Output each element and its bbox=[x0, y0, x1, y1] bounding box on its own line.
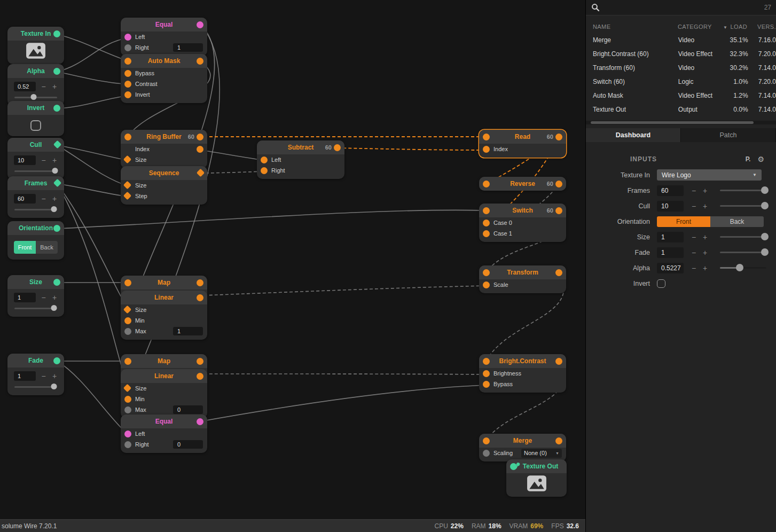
diamond-port[interactable] bbox=[123, 155, 132, 164]
slider-thumb[interactable] bbox=[31, 94, 37, 100]
plus-button[interactable]: + bbox=[51, 82, 58, 91]
slider[interactable] bbox=[14, 167, 57, 175]
node-header[interactable]: Invert bbox=[7, 101, 64, 115]
node-map-1[interactable]: MapLinearSizeMinMax1 bbox=[121, 276, 207, 340]
circle-port[interactable] bbox=[53, 279, 60, 286]
circle-port[interactable] bbox=[124, 34, 131, 41]
node-header[interactable]: Alpha bbox=[7, 64, 64, 78]
size-field[interactable]: 1 bbox=[657, 232, 684, 242]
circle-port[interactable] bbox=[197, 418, 203, 425]
value-field[interactable]: 1 bbox=[14, 293, 36, 302]
alpha-field[interactable]: 0.5227 bbox=[657, 263, 684, 273]
wire-connection[interactable] bbox=[204, 374, 486, 374]
node-texture-in[interactable]: Texture In bbox=[7, 27, 64, 64]
node-header[interactable]: Merge bbox=[479, 434, 566, 448]
minus-button[interactable]: − bbox=[690, 202, 697, 210]
circle-port[interactable] bbox=[53, 357, 60, 364]
minus-button[interactable]: − bbox=[690, 233, 697, 241]
node-equal-2[interactable]: EqualLeftRight0 bbox=[121, 414, 207, 453]
table-row[interactable]: Switch (60)Logic1.0%7.20.0 bbox=[586, 75, 776, 89]
circle-port[interactable] bbox=[483, 207, 490, 214]
circle-port[interactable] bbox=[53, 30, 60, 37]
slider-thumb[interactable] bbox=[761, 202, 769, 209]
frames-field[interactable]: 60 bbox=[657, 185, 684, 196]
plus-button[interactable]: + bbox=[51, 372, 58, 380]
circle-port[interactable] bbox=[555, 207, 562, 214]
circle-port[interactable] bbox=[124, 396, 131, 403]
slider[interactable] bbox=[14, 304, 57, 312]
node-subtract[interactable]: Subtract60LeftRight bbox=[257, 140, 344, 179]
tab-patch[interactable]: Patch bbox=[681, 128, 776, 142]
circle-port[interactable] bbox=[197, 21, 203, 28]
node-header[interactable]: Linear bbox=[121, 291, 207, 304]
fade-slider[interactable] bbox=[720, 248, 766, 256]
scrollbar-thumb[interactable] bbox=[591, 121, 754, 124]
invert-checkbox[interactable] bbox=[657, 279, 665, 288]
circle-port[interactable] bbox=[261, 157, 268, 163]
circle-port[interactable] bbox=[197, 58, 203, 65]
node-invert[interactable]: Invert bbox=[7, 101, 64, 136]
wire-connection[interactable] bbox=[57, 361, 128, 434]
circle-port[interactable] bbox=[53, 105, 60, 112]
diamond-port[interactable] bbox=[53, 179, 62, 187]
diamond-port[interactable] bbox=[123, 181, 132, 190]
checkbox[interactable] bbox=[30, 120, 41, 131]
slider-thumb[interactable] bbox=[761, 248, 769, 256]
node-map-2[interactable]: MapLinearSizeMinMax0 bbox=[121, 354, 207, 418]
circle-port[interactable] bbox=[124, 134, 131, 140]
toggle-option-front[interactable]: Front bbox=[14, 241, 36, 254]
table-scrollbar[interactable] bbox=[586, 121, 776, 124]
circle-port[interactable] bbox=[483, 358, 490, 365]
plus-button[interactable]: + bbox=[51, 194, 58, 203]
node-equal-1[interactable]: EqualLeftRight1 bbox=[121, 18, 207, 56]
node-header[interactable]: Reverse60 bbox=[479, 177, 566, 191]
circle-port[interactable] bbox=[124, 406, 131, 413]
node-auto-mask[interactable]: Auto MaskBypassContrastInvert bbox=[121, 54, 207, 103]
node-ring-buffer[interactable]: Ring Buffer60IndexSize bbox=[121, 130, 207, 168]
circle-port[interactable] bbox=[124, 317, 131, 324]
node-merge[interactable]: MergeScalingNone (0)▼ bbox=[479, 434, 566, 461]
node-header[interactable]: Auto Mask bbox=[121, 54, 207, 68]
circle-port[interactable] bbox=[197, 373, 203, 380]
alpha-slider[interactable] bbox=[720, 264, 766, 272]
wire-connection[interactable] bbox=[57, 96, 128, 108]
texture-in-dropdown[interactable]: Wire Logo ▼ bbox=[657, 169, 762, 181]
value-field[interactable]: 60 bbox=[14, 194, 36, 204]
node-cull[interactable]: Cull10−+ bbox=[7, 138, 64, 179]
table-row[interactable]: Auto MaskVideo Effect1.2%7.14.0 bbox=[586, 89, 776, 103]
circle-port[interactable] bbox=[483, 146, 490, 153]
table-row[interactable]: MergeVideo35.1%7.16.0 bbox=[586, 33, 776, 47]
circle-port[interactable] bbox=[124, 58, 131, 65]
parameters-icon[interactable]: P. bbox=[746, 155, 751, 163]
minus-button[interactable]: − bbox=[690, 248, 697, 257]
node-header[interactable]: Bright.Contrast bbox=[479, 354, 566, 368]
slider-thumb[interactable] bbox=[51, 305, 57, 311]
circle-port[interactable] bbox=[197, 358, 203, 365]
minus-button[interactable]: − bbox=[690, 264, 697, 272]
frames-slider[interactable] bbox=[720, 186, 766, 194]
node-texture-out[interactable]: Texture Out bbox=[506, 459, 567, 497]
diamond-port[interactable] bbox=[123, 192, 132, 200]
wire-connection[interactable] bbox=[57, 145, 128, 186]
table-row[interactable]: Bright.Contrast (60)Video Effect32.3%7.2… bbox=[586, 47, 776, 61]
diamond-port[interactable] bbox=[123, 306, 132, 314]
node-header[interactable]: Transform bbox=[479, 265, 566, 279]
value-field[interactable]: 1 bbox=[173, 327, 203, 335]
node-fade[interactable]: Fade1−+ bbox=[7, 354, 64, 395]
wire-connection[interactable] bbox=[200, 150, 264, 160]
table-row[interactable]: Transform (60)Video30.2%7.14.0 bbox=[586, 61, 776, 75]
column-name[interactable]: NAME bbox=[593, 24, 678, 30]
node-header[interactable]: Fade bbox=[7, 354, 64, 367]
diamond-port[interactable] bbox=[53, 140, 62, 149]
wire-connection[interactable] bbox=[57, 184, 128, 309]
node-header[interactable]: Subtract60 bbox=[257, 140, 344, 154]
plus-button[interactable]: + bbox=[701, 248, 709, 257]
circle-port[interactable] bbox=[555, 181, 562, 187]
circle-port[interactable] bbox=[483, 181, 490, 187]
slider-thumb[interactable] bbox=[52, 168, 58, 174]
node-graph-canvas[interactable]: Texture InAlpha0.52−+InvertCull10−+Frame… bbox=[0, 0, 585, 519]
value-field[interactable]: 1 bbox=[14, 371, 36, 381]
diamond-port[interactable] bbox=[123, 384, 132, 393]
circle-port[interactable] bbox=[334, 144, 341, 151]
column-load[interactable]: ▼LOAD bbox=[720, 24, 747, 30]
